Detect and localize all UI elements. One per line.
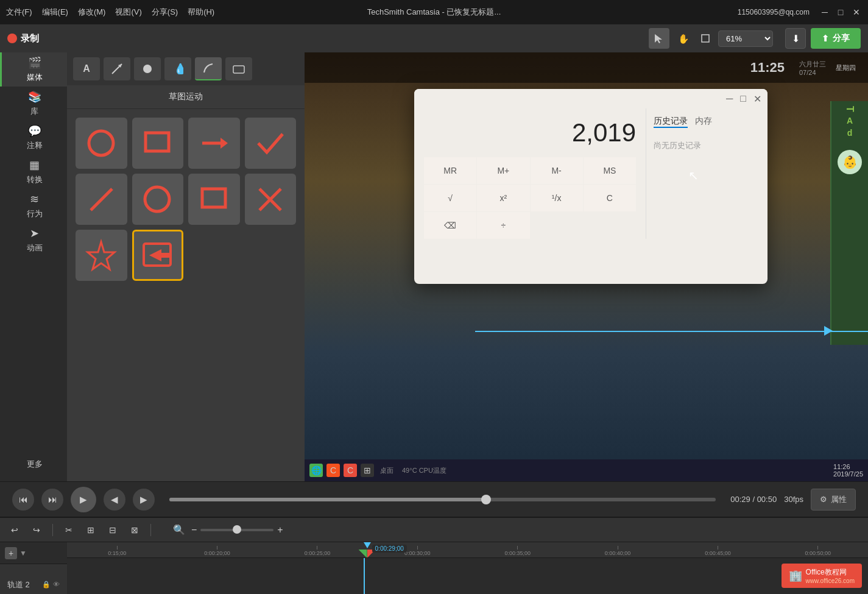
playhead-line [364, 558, 365, 594]
zoom-slider-group: 🔍 − + [171, 522, 283, 539]
ruler-marks: 0:15;00 0:00:20;00 0:00:25;00 0:00:30;00… [67, 542, 868, 557]
tab-shape[interactable] [134, 57, 161, 80]
memory-tab[interactable]: 内存 [695, 116, 712, 128]
calc-btn-c[interactable]: C [584, 185, 636, 211]
track-2-label: 轨道 2 [7, 579, 30, 590]
zoom-in-button[interactable]: 🔍 [171, 522, 188, 539]
calc-btn-inv[interactable]: ¹/x [531, 185, 583, 211]
calc-btn-sqrt[interactable]: √ [424, 185, 476, 211]
sketch-circle[interactable] [76, 118, 127, 169]
prev-frame-button[interactable]: ◀ [104, 489, 125, 511]
behavior-icon: ≋ [30, 193, 39, 206]
zoom-plus-label: + [277, 525, 283, 536]
menu-share[interactable]: 分享(S) [152, 7, 178, 18]
rewind-button[interactable]: ⏮ [12, 489, 34, 511]
sidebar-item-more[interactable]: 更多 [0, 447, 67, 481]
tab-sketch[interactable] [195, 57, 222, 80]
sidebar-item-behavior[interactable]: ≋ 行为 [0, 189, 67, 223]
sketch-arrow-right[interactable] [188, 118, 240, 169]
svg-point-17 [145, 187, 169, 211]
properties-button[interactable]: ⚙ 属性 [811, 489, 856, 511]
sidebar-item-transition[interactable]: ▦ 转换 [0, 155, 67, 189]
progress-thumb[interactable] [481, 495, 491, 504]
restore-button[interactable]: □ [835, 7, 846, 18]
calc-close[interactable]: ✕ [753, 93, 761, 105]
calc-btn-mplus[interactable]: M+ [477, 157, 529, 184]
add-track-button[interactable]: + [5, 547, 17, 559]
calc-btn-mr[interactable]: MR [424, 157, 476, 184]
tab-keyboard[interactable] [225, 57, 252, 80]
undo-button[interactable]: ↩ [6, 522, 23, 539]
record-button[interactable]: 录制 [7, 33, 39, 44]
menu-bar[interactable]: 文件(F) 编辑(E) 修改(M) 视图(V) 分享(S) 帮助(H) [6, 7, 214, 18]
fps-display: 30fps [784, 495, 803, 504]
track-expand-button[interactable]: ▼ [19, 549, 27, 557]
track-2-visible[interactable]: 👁 [53, 581, 60, 589]
sketch-star[interactable] [76, 230, 127, 281]
sidebar-item-media[interactable]: 🎬 媒体 [0, 52, 67, 87]
window-controls[interactable]: ─ □ ✕ [819, 7, 862, 18]
sketch-circle2[interactable] [132, 174, 184, 225]
sketch-diagonal[interactable] [76, 174, 127, 225]
history-tab[interactable]: 历史记录 [654, 116, 688, 128]
cut-button[interactable]: ✂ [60, 522, 77, 539]
select-tool-button[interactable] [649, 28, 669, 49]
sketch-arrow-box[interactable] [132, 230, 184, 281]
svg-marker-15 [221, 138, 228, 149]
redo-button[interactable]: ↪ [28, 522, 45, 539]
tab-highlight[interactable]: 💧 [164, 57, 191, 80]
menu-view[interactable]: 视图(V) [115, 7, 141, 18]
menu-edit[interactable]: 编辑(E) [42, 7, 68, 18]
sketch-rect2[interactable] [188, 174, 240, 225]
account-label[interactable]: 1150603995@qq.com [738, 8, 810, 16]
copy-tracks-button[interactable]: ⊞ [82, 522, 99, 539]
calc-btn-mminus[interactable]: M- [531, 157, 583, 184]
track-2-lock[interactable]: 🔒 [42, 581, 51, 589]
menu-modify[interactable]: 修改(M) [78, 7, 106, 18]
minimize-button[interactable]: ─ [819, 7, 830, 18]
ruler-mark-1: 0:00:20;00 [167, 546, 267, 556]
zoom-select[interactable]: 61% [718, 30, 773, 47]
calc-minimize[interactable]: ─ [726, 93, 733, 104]
library-icon: 📚 [28, 90, 41, 104]
calc-btn-ms[interactable]: MS [584, 157, 636, 184]
zoom-slider[interactable] [200, 529, 273, 531]
calc-buttons: MR M+ M- MS √ x² ¹/x C ⌫ ÷ [424, 157, 636, 239]
sidebar-item-library[interactable]: 📚 库 [0, 87, 67, 121]
track-container: + ▼ 轨道 2 🔒 👁 轨道 1 🔒 👁 [0, 542, 868, 594]
sidebar-item-animation[interactable]: ➤ 动画 [0, 223, 67, 257]
calc-btn-divide[interactable]: ÷ [477, 212, 529, 239]
calc-restore[interactable]: □ [740, 93, 746, 104]
sidebar: 🎬 媒体 📚 库 💬 注释 ▦ 转换 ≋ 行为 ➤ 动画 更多 [0, 52, 67, 481]
step-back-button[interactable]: ⏭ [41, 489, 63, 511]
tab-text[interactable]: A [73, 57, 100, 80]
play-button[interactable]: ▶ [71, 487, 96, 512]
tab-arrow[interactable] [104, 57, 130, 80]
progress-bar[interactable] [169, 498, 716, 501]
calc-btn-sq[interactable]: x² [477, 185, 529, 211]
taskbar-browser-icon[interactable]: C [326, 464, 340, 477]
sketch-x-mark[interactable] [245, 174, 297, 225]
next-frame-button[interactable]: ▶ [133, 489, 155, 511]
close-button[interactable]: ✕ [851, 7, 862, 18]
taskbar-camtasia-icon[interactable]: C [344, 464, 357, 477]
crop-tool-button[interactable] [695, 28, 716, 49]
share-button[interactable]: ⬆ 分享 [811, 28, 861, 49]
paste-button[interactable]: ⊟ [104, 522, 121, 539]
split-button[interactable]: ⊠ [126, 522, 143, 539]
sidebar-item-annotation[interactable]: 💬 注释 [0, 121, 67, 155]
separator2 [150, 524, 151, 536]
download-button[interactable]: ⬇ [785, 28, 806, 49]
hand-tool-button[interactable]: ✋ [672, 28, 693, 49]
menu-help[interactable]: 帮助(H) [188, 7, 214, 18]
calc-btn-backspace[interactable]: ⌫ [424, 212, 476, 239]
menu-file[interactable]: 文件(F) [6, 7, 32, 18]
sketch-rect[interactable] [132, 118, 184, 169]
taskbar-calc-icon[interactable]: ⊞ [361, 464, 374, 477]
panel-title: 草图运动 [67, 85, 305, 109]
taskbar-chrome-icon[interactable]: 🌐 [309, 464, 323, 477]
sketch-checkmark[interactable] [245, 118, 297, 169]
zoom-slider-thumb[interactable] [233, 525, 241, 534]
calc-hist-tabs[interactable]: 历史记录 内存 [654, 116, 760, 128]
calc-titlebar: ─ □ ✕ [414, 89, 767, 108]
